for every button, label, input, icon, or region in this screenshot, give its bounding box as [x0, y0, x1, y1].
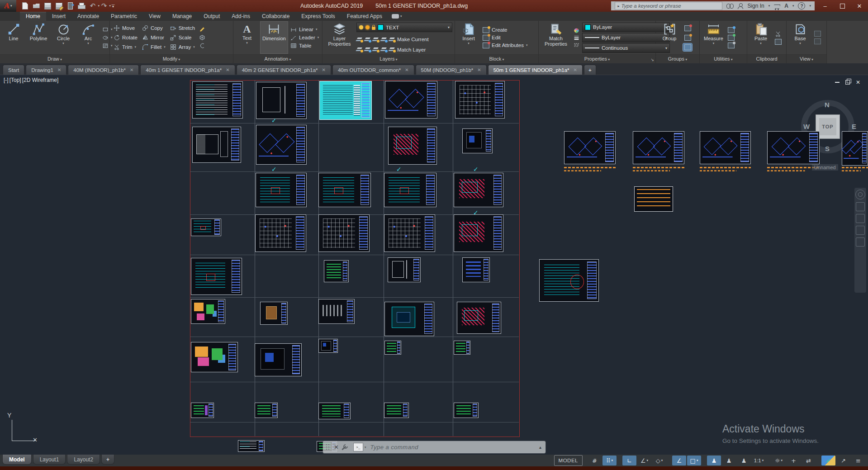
file-tab-50m-1-genset-indoor-ph1a-[interactable]: 50m 1 GENSET INDOOR_ph1a*✕ — [488, 65, 583, 75]
tab-close-icon[interactable]: ✕ — [57, 67, 61, 72]
save-as-button[interactable] — [54, 2, 64, 10]
fillet-button[interactable]: Fillet▾ — [141, 43, 167, 52]
open-file-button[interactable] — [31, 2, 41, 10]
layout-tab-layout2[interactable]: Layout2 — [67, 455, 100, 465]
tab-close-icon[interactable]: ✕ — [322, 67, 326, 72]
quick-select-button[interactable] — [727, 27, 735, 33]
viewport-close-icon[interactable]: ✕ — [856, 80, 860, 85]
panel-launcher-icon[interactable]: ↘ — [650, 57, 654, 62]
panel-label-draw[interactable]: Draw — [0, 54, 109, 63]
layer-tool-icon[interactable] — [365, 47, 371, 52]
arc-button[interactable]: Arc▾ — [77, 22, 100, 53]
polyline-button[interactable]: Polyline — [27, 22, 50, 53]
drawing-sheet[interactable] — [633, 131, 684, 164]
drawing-sheet[interactable] — [454, 173, 503, 207]
measure-button[interactable]: Measure▾ — [702, 22, 725, 53]
color-wheel-icon[interactable] — [573, 28, 580, 33]
pan-icon[interactable] — [856, 202, 865, 211]
layout-tab-layout1[interactable]: Layout1 — [33, 455, 66, 465]
file-tab-start[interactable]: Start — [3, 65, 24, 75]
drawing-sheet[interactable] — [454, 403, 479, 418]
section-view-button[interactable] — [814, 31, 821, 37]
grid-display-toggle[interactable]: # — [588, 456, 602, 465]
panel-label-groups[interactable]: Groups — [656, 54, 699, 63]
layer-tool-icon[interactable] — [356, 47, 363, 52]
drawing-sheet[interactable] — [256, 173, 307, 207]
exchange-apps-icon[interactable]: A — [784, 3, 788, 9]
panel-label-layers[interactable]: Layers — [323, 54, 455, 63]
panel-label-block[interactable]: Block — [455, 54, 538, 63]
text-button[interactable]: A Text▾ — [236, 22, 258, 53]
trim-button[interactable]: Trim▾ — [112, 43, 139, 52]
ribbon-display-toggle-icon[interactable] — [392, 12, 403, 21]
detail-view-button[interactable] — [814, 38, 821, 44]
search-input[interactable]: ▸ Type a keyword or phrase — [615, 2, 722, 10]
annotation-scale-icon-toggle[interactable]: ♟ — [737, 456, 751, 465]
file-tab-40m-1-genset-indoor-ph1a-[interactable]: 40m 1 GENSET INDOOR_ph1a*✕ — [140, 65, 235, 75]
lineweight-icon[interactable] — [573, 35, 580, 41]
new-file-button[interactable] — [20, 2, 30, 10]
drawing-sheet[interactable] — [191, 342, 238, 372]
command-expand-icon[interactable]: ▴ — [539, 445, 541, 450]
redo-button[interactable]: ↷▾ — [99, 2, 109, 10]
orbit-icon[interactable] — [856, 226, 865, 235]
annotation-visibility-toggle[interactable]: ♟ — [707, 456, 721, 465]
viewcube-north[interactable]: N — [825, 101, 830, 109]
paste-button[interactable]: Paste▾ — [749, 22, 772, 53]
join-button[interactable] — [199, 43, 206, 49]
select-window-button[interactable] — [727, 35, 735, 41]
layer-select[interactable]: TEXT ▾ — [356, 23, 452, 32]
drawing-sheet[interactable] — [256, 82, 307, 119]
panel-label-annotation[interactable]: Annotation — [233, 54, 322, 63]
drawing-sheet[interactable] — [454, 341, 470, 355]
layer-tool-icon[interactable] — [373, 47, 379, 52]
new-layout-button[interactable]: + — [101, 455, 114, 465]
tab-close-icon[interactable]: ✕ — [574, 67, 577, 72]
copy-clip-button[interactable] — [774, 39, 782, 45]
ribbon-tab-output[interactable]: Output — [198, 12, 226, 21]
edit-block-button[interactable]: Edit — [482, 35, 528, 41]
workspace-switching-toggle[interactable]: ☼▾ — [772, 456, 786, 465]
panel-label-properties[interactable]: Properties — [539, 54, 655, 63]
command-prompt-icon[interactable]: >_ — [353, 443, 363, 451]
sign-in-button[interactable]: Sign In — [747, 3, 764, 9]
array-button[interactable]: Array▾ — [169, 43, 196, 52]
layer-tool-icon[interactable] — [373, 37, 379, 43]
layer-properties-button[interactable]: Layer Properties — [325, 22, 354, 53]
help-icon[interactable]: ? — [798, 2, 805, 9]
viewport-minimize-icon[interactable] — [835, 82, 840, 83]
drawing-sheet[interactable] — [191, 218, 221, 236]
units-toggle-toggle[interactable]: ⇄ — [802, 456, 816, 465]
drawing-sheet[interactable] — [384, 173, 436, 207]
new-drawing-tab-button[interactable]: + — [584, 65, 596, 75]
showmotion-icon[interactable] — [856, 237, 865, 247]
isometric-drafting-toggle[interactable]: ◇▾ — [652, 456, 666, 465]
drawing-sheet[interactable] — [191, 299, 225, 324]
drawing-sheet[interactable] — [564, 131, 616, 164]
quick-calc-button[interactable] — [727, 43, 735, 48]
panel-label-modify[interactable]: Modify — [110, 54, 233, 63]
drawing-sheet[interactable] — [842, 131, 868, 166]
graphics-performance-toggle[interactable]: ✓ — [821, 456, 835, 465]
drawing-sheet[interactable] — [260, 302, 288, 325]
command-input[interactable]: Type a command — [366, 444, 539, 451]
drawing-sheet[interactable] — [191, 258, 242, 295]
drawing-sheet[interactable] — [455, 81, 505, 119]
group-button[interactable]: Group — [658, 22, 681, 53]
viewport-menu-control[interactable]: [-] — [4, 77, 9, 83]
exchange-dropdown-icon[interactable]: ▾ — [792, 4, 794, 8]
minimize-button[interactable]: – — [816, 0, 834, 12]
leader-button[interactable]: Leader▾ — [290, 34, 319, 41]
navigation-bar[interactable] — [854, 188, 866, 293]
viewcube-east[interactable]: E — [852, 123, 856, 130]
viewport-restore-icon[interactable] — [845, 80, 850, 85]
drawing-sheet[interactable] — [318, 299, 355, 324]
file-tab-50m-indoor-ph1b-[interactable]: 50M (INDOOR)_ph1b*✕ — [416, 65, 487, 75]
drawing-sheet[interactable] — [238, 440, 265, 452]
search-icon[interactable] — [726, 4, 734, 8]
command-line-bar[interactable]: ✕ >_ ▾ Type a command ▴ — [323, 441, 545, 453]
file-tab-40m-indoor-ph1b-[interactable]: 40M (INDOOR)_ph1b*✕ — [68, 65, 139, 75]
layer-tool-icon[interactable] — [389, 37, 396, 43]
viewcube-west[interactable]: W — [803, 123, 810, 130]
move-button[interactable]: Move — [112, 24, 139, 33]
